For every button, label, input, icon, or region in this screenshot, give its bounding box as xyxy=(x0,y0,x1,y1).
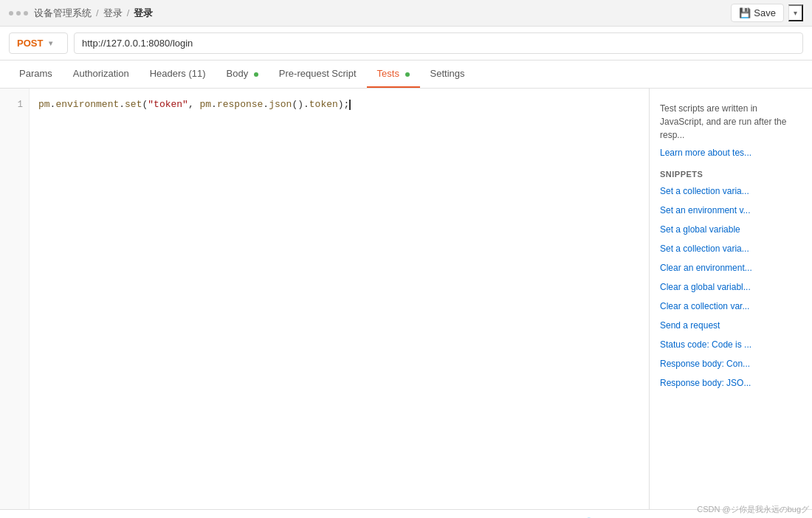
breadcrumb-item-2: 登录 xyxy=(103,7,123,20)
tab-params[interactable]: Params xyxy=(9,61,63,88)
snippet-item-3[interactable]: Set a global variable xyxy=(650,220,812,239)
snippet-item-9[interactable]: Status code: Code is ... xyxy=(650,335,812,354)
code-dot2: . xyxy=(119,99,125,110)
method-arrow-icon: ▾ xyxy=(49,39,52,47)
breadcrumb-sep-2: / xyxy=(127,7,130,18)
save-label: Save xyxy=(754,7,776,18)
code-content[interactable]: pm.environment.set("token", pm.response.… xyxy=(30,89,649,509)
snippet-item-4[interactable]: Set a collection varia... xyxy=(650,239,812,258)
tab-authorization[interactable]: Authorization xyxy=(63,61,140,88)
window-controls xyxy=(9,11,28,15)
snippet-item-7[interactable]: Clear a collection var... xyxy=(650,297,812,316)
tab-body-label: Body xyxy=(227,68,249,79)
dot3 xyxy=(24,11,28,15)
code-token-str: "token" xyxy=(148,99,188,110)
tab-prerequest-label: Pre-request Script xyxy=(279,68,357,79)
request-tabs: Params Authorization Headers (11) Body P… xyxy=(0,61,812,89)
bottom-status: 🌐 Status: 200 OK Time: 183 ms Size: 654 … xyxy=(582,513,803,519)
code-cursor xyxy=(349,100,351,110)
tab-params-label: Params xyxy=(19,68,52,79)
code-paren3: ); xyxy=(338,99,350,110)
top-bar-right: 💾 Save ▾ xyxy=(731,4,803,22)
tab-settings-label: Settings xyxy=(430,68,465,79)
code-response: response xyxy=(217,99,263,110)
code-dot4: . xyxy=(263,99,269,110)
line-num-1: 1 xyxy=(6,97,23,112)
bottom-tabs-left: Body Cookies Headers (13) Test Results xyxy=(9,510,256,518)
tab-headers[interactable]: Headers (11) xyxy=(140,61,216,88)
breadcrumb: 设备管理系统 / 登录 / 登录 xyxy=(34,7,153,20)
learn-more-link[interactable]: Learn more about tes... xyxy=(650,148,812,164)
tab-authorization-label: Authorization xyxy=(73,68,129,79)
code-dot5: . xyxy=(303,99,309,110)
code-pm2: pm xyxy=(200,99,212,110)
snippets-info: Test scripts are written in JavaScript, … xyxy=(650,96,812,148)
code-pm: pm xyxy=(38,99,50,110)
tests-dot xyxy=(405,72,410,77)
tab-body[interactable]: Body xyxy=(216,61,269,88)
code-comma: , xyxy=(188,99,200,110)
body-dot xyxy=(254,72,258,77)
snippets-title: SNIPPETS xyxy=(650,164,812,182)
breadcrumb-item-1: 设备管理系统 xyxy=(34,7,92,20)
main-content: 1 pm.environment.set("token", pm.respons… xyxy=(0,89,812,509)
top-bar: 设备管理系统 / 登录 / 登录 💾 Save ▾ xyxy=(0,0,812,27)
url-input[interactable] xyxy=(74,32,803,54)
tab-settings[interactable]: Settings xyxy=(420,61,475,88)
url-bar: POST ▾ xyxy=(0,27,812,61)
bottom-tab-test-results[interactable]: Test Results xyxy=(183,510,256,518)
dot2 xyxy=(16,11,21,15)
dot1 xyxy=(9,11,13,15)
save-button[interactable]: 💾 Save xyxy=(731,4,784,22)
bottom-panel: Body Cookies Headers (13) Test Results 🌐… xyxy=(0,509,812,518)
code-line-1: pm.environment.set("token", pm.response.… xyxy=(38,97,640,112)
method-select[interactable]: POST ▾ xyxy=(9,32,68,54)
code-environment: environment xyxy=(55,99,119,110)
breadcrumb-item-3: 登录 xyxy=(134,7,153,20)
line-numbers: 1 xyxy=(0,89,30,509)
code-dot3: . xyxy=(211,99,217,110)
save-dropdown-button[interactable]: ▾ xyxy=(788,4,803,21)
snippet-item-1[interactable]: Set a collection varia... xyxy=(650,182,812,201)
breadcrumb-sep-1: / xyxy=(96,7,99,18)
bottom-tab-headers[interactable]: Headers (13) xyxy=(107,510,184,518)
code-set: set xyxy=(125,99,142,110)
bottom-tabs-bar: Body Cookies Headers (13) Test Results 🌐… xyxy=(0,510,812,518)
code-paren2: () xyxy=(292,99,303,110)
tab-headers-label: Headers (11) xyxy=(150,68,206,79)
top-bar-left: 设备管理系统 / 登录 / 登录 xyxy=(9,7,153,20)
bottom-tab-body[interactable]: Body xyxy=(9,510,52,518)
snippet-item-2[interactable]: Set an environment v... xyxy=(650,201,812,220)
snippets-panel: Test scripts are written in JavaScript, … xyxy=(650,89,812,509)
tab-prerequest[interactable]: Pre-request Script xyxy=(269,61,367,88)
code-token-prop: token xyxy=(309,99,338,110)
bottom-tab-cookies[interactable]: Cookies xyxy=(52,510,107,518)
snippet-item-6[interactable]: Clear a global variabl... xyxy=(650,277,812,297)
code-json: json xyxy=(269,99,292,110)
snippet-item-5[interactable]: Clear an environment... xyxy=(650,258,812,277)
snippet-item-8[interactable]: Send a request xyxy=(650,316,812,335)
method-label: POST xyxy=(17,38,43,49)
code-editor[interactable]: 1 pm.environment.set("token", pm.respons… xyxy=(0,89,649,509)
snippet-item-10[interactable]: Response body: Con... xyxy=(650,354,812,373)
tab-tests[interactable]: Tests xyxy=(367,61,420,88)
tab-tests-label: Tests xyxy=(377,68,399,79)
snippet-item-11[interactable]: Response body: JSO... xyxy=(650,373,812,393)
code-editor-area: 1 pm.environment.set("token", pm.respons… xyxy=(0,89,650,509)
save-icon: 💾 xyxy=(739,7,751,18)
